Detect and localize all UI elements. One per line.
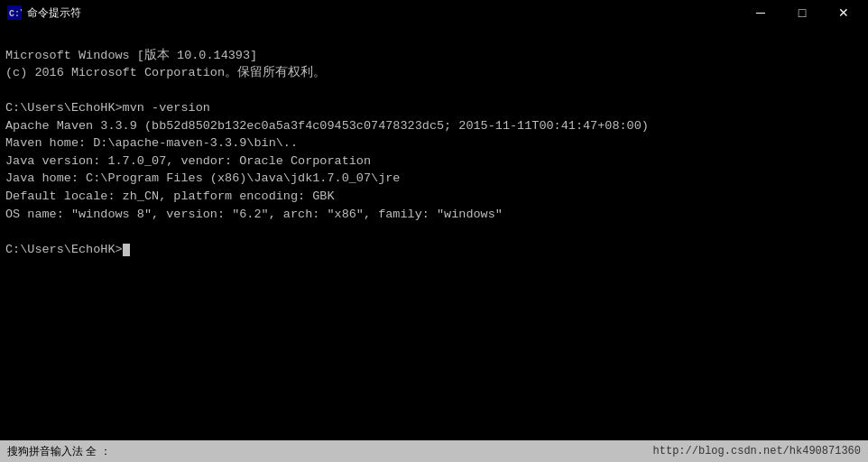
terminal-line [5, 82, 863, 100]
url-watermark: http://blog.csdn.net/hk490871360 [653, 445, 861, 457]
terminal-line: C:\Users\EchoHK> [5, 241, 863, 259]
terminal-line: Default locale: zh_CN, platform encoding… [5, 188, 863, 206]
terminal-line: C:\Users\EchoHK>mvn -version [5, 99, 863, 117]
terminal-line: Apache Maven 3.3.9 (bb52d8502b132ec0a5a3… [5, 117, 863, 135]
terminal-line: Java home: C:\Program Files (x86)\Java\j… [5, 170, 863, 188]
window-title: 命令提示符 [27, 5, 81, 21]
status-bar: 搜狗拼音输入法 全 ： http://blog.csdn.net/hk49087… [0, 440, 868, 462]
ime-status: 搜狗拼音输入法 全 ： [7, 444, 111, 459]
terminal-body[interactable]: Microsoft Windows [版本 10.0.14393](c) 201… [0, 25, 868, 440]
close-button[interactable]: ✕ [823, 0, 864, 25]
title-bar-left: C:\ 命令提示符 [7, 5, 81, 21]
terminal-line: Java version: 1.7.0_07, vendor: Oracle C… [5, 152, 863, 171]
terminal-line: Maven home: D:\apache-maven-3.3.9\bin\.. [5, 134, 863, 152]
terminal-line [5, 223, 863, 241]
terminal-line: Microsoft Windows [版本 10.0.14393] [5, 47, 863, 65]
title-bar: C:\ 命令提示符 ─ □ ✕ [0, 0, 868, 25]
window-controls: ─ □ ✕ [740, 0, 864, 25]
terminal-line: OS name: "windows 8", version: "6.2", ar… [5, 206, 863, 224]
maximize-button[interactable]: □ [781, 0, 823, 25]
cmd-icon: C:\ [7, 5, 22, 20]
minimize-button[interactable]: ─ [740, 0, 781, 25]
svg-text:C:\: C:\ [9, 9, 22, 19]
terminal-line: (c) 2016 Microsoft Corporation。保留所有权利。 [5, 64, 863, 82]
terminal-cursor [123, 244, 130, 256]
